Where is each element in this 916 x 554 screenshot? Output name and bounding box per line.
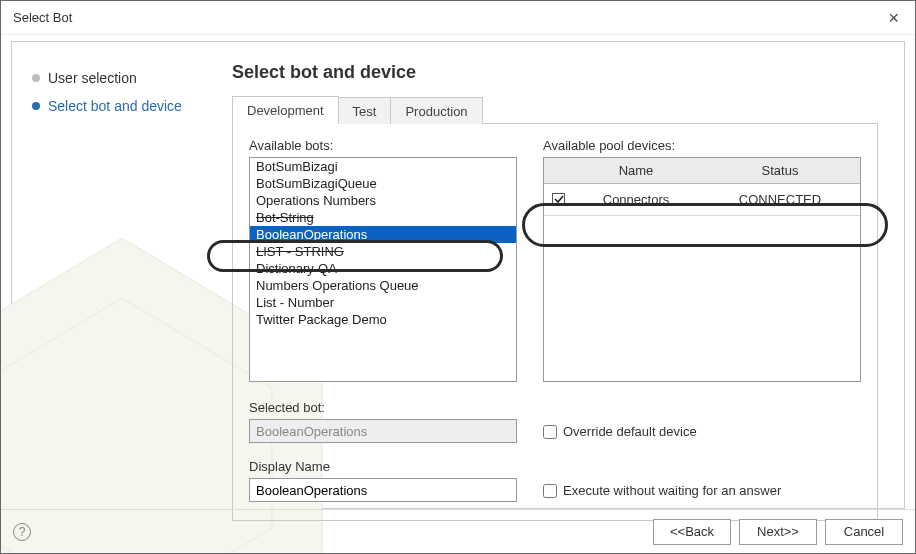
step-select-bot-device[interactable]: Select bot and device bbox=[32, 98, 206, 114]
step-bullet bbox=[32, 74, 40, 82]
next-button[interactable]: Next>> bbox=[739, 519, 817, 545]
main-panel: Select bot and device Development Test P… bbox=[222, 42, 904, 508]
list-item[interactable]: BooleanOperations bbox=[250, 226, 516, 243]
execute-async-label: Execute without waiting for an answer bbox=[563, 483, 781, 498]
back-button[interactable]: <<Back bbox=[653, 519, 731, 545]
page-heading: Select bot and device bbox=[232, 62, 878, 83]
dialog-footer: ? <<Back Next>> Cancel bbox=[1, 509, 915, 553]
override-device-label: Override default device bbox=[563, 424, 697, 439]
window-title: Select Bot bbox=[13, 10, 72, 25]
devices-th-check bbox=[544, 158, 572, 183]
list-item[interactable]: List - Number bbox=[250, 294, 516, 311]
selected-bot-field bbox=[249, 419, 517, 443]
tab-test[interactable]: Test bbox=[338, 97, 392, 124]
titlebar: Select Bot × bbox=[1, 1, 915, 35]
available-devices-label: Available pool devices: bbox=[543, 138, 861, 153]
list-item[interactable]: Dictionary-QA bbox=[250, 260, 516, 277]
bots-listbox[interactable]: BotSumBizagiBotSumBizagiQueueOperations … bbox=[249, 157, 517, 382]
wizard-sidebar: User selection Select bot and device bbox=[12, 42, 222, 508]
close-icon[interactable]: × bbox=[882, 7, 905, 29]
dialog-body: User selection Select bot and device Sel… bbox=[11, 41, 905, 509]
step-label: Select bot and device bbox=[48, 98, 182, 114]
step-user-selection[interactable]: User selection bbox=[32, 70, 206, 86]
list-item[interactable]: Operations Numbers bbox=[250, 192, 516, 209]
list-item[interactable]: BotSumBizagiQueue bbox=[250, 175, 516, 192]
layout: User selection Select bot and device Sel… bbox=[12, 42, 904, 508]
tab-panel: Available bots: BotSumBizagiBotSumBizagi… bbox=[232, 124, 878, 521]
override-device-checkbox[interactable] bbox=[543, 425, 557, 439]
list-item[interactable]: Numbers Operations Queue bbox=[250, 277, 516, 294]
devices-table: Name Status ConnectorsCONNECTED bbox=[543, 157, 861, 382]
devices-th-status: Status bbox=[700, 158, 860, 183]
cancel-button[interactable]: Cancel bbox=[825, 519, 903, 545]
tab-production[interactable]: Production bbox=[390, 97, 482, 124]
execute-async-checkbox[interactable] bbox=[543, 484, 557, 498]
list-item[interactable]: Twitter Package Demo bbox=[250, 311, 516, 328]
available-bots-label: Available bots: bbox=[249, 138, 517, 153]
list-item[interactable]: BotSumBizagi bbox=[250, 158, 516, 175]
row-status: CONNECTED bbox=[700, 184, 860, 215]
tab-development[interactable]: Development bbox=[232, 96, 339, 124]
devices-header: Name Status bbox=[544, 158, 860, 184]
selected-bot-label: Selected bot: bbox=[249, 400, 517, 415]
display-name-field[interactable] bbox=[249, 478, 517, 502]
help-icon[interactable]: ? bbox=[13, 523, 31, 541]
devices-th-name: Name bbox=[572, 158, 700, 183]
step-bullet bbox=[32, 102, 40, 110]
step-label: User selection bbox=[48, 70, 137, 86]
display-name-label: Display Name bbox=[249, 459, 517, 474]
row-name: Connectors bbox=[572, 184, 700, 215]
table-row[interactable]: ConnectorsCONNECTED bbox=[544, 184, 860, 216]
list-item[interactable]: Bot-String bbox=[250, 209, 516, 226]
row-check[interactable] bbox=[544, 184, 572, 215]
env-tabs: Development Test Production bbox=[232, 95, 878, 124]
checkbox-icon[interactable] bbox=[552, 193, 565, 206]
list-item[interactable]: LIST - STRING bbox=[250, 243, 516, 260]
